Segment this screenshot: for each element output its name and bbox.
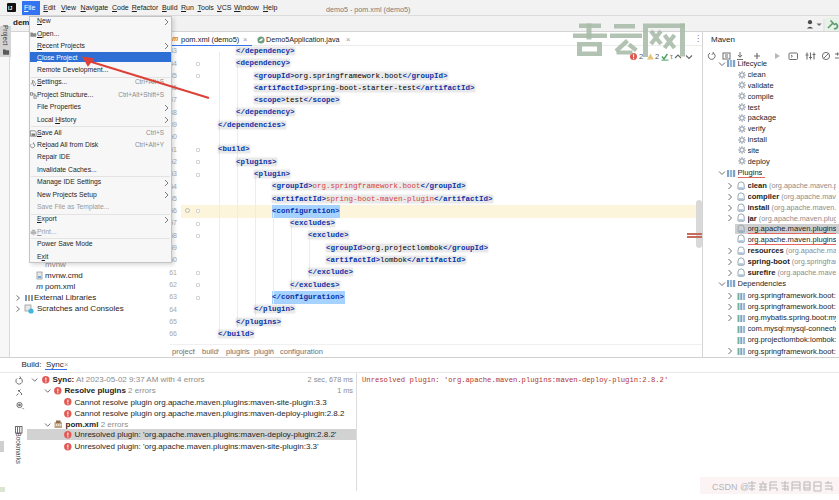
svg-text:m: m <box>739 228 743 234</box>
svg-text:m: m <box>739 196 743 202</box>
svg-text:m: m <box>739 261 743 267</box>
svg-text:m: m <box>739 250 743 256</box>
svg-text:m: m <box>739 238 743 244</box>
svg-text:m: m <box>739 185 743 191</box>
svg-text:m: m <box>739 272 743 278</box>
svg-text:m: m <box>739 217 743 223</box>
svg-text:m: m <box>739 207 743 213</box>
